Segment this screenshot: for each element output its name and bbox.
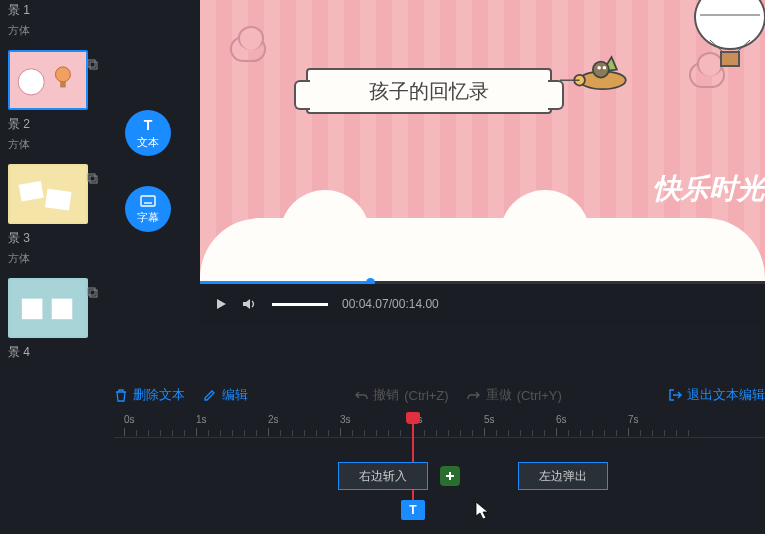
- svg-rect-4: [88, 60, 95, 67]
- overlap-icon: [86, 284, 96, 294]
- plane-illustration: [560, 50, 640, 110]
- exit-text-edit-button[interactable]: 退出文本编辑: [668, 386, 765, 404]
- ruler-tick: 2s: [268, 414, 279, 425]
- scene-list: 景 1 方体 景 2 方体 景: [0, 0, 105, 534]
- subtitle-icon: [139, 194, 157, 208]
- svg-rect-12: [22, 299, 43, 320]
- tool-buttons: T 文本 字幕: [125, 110, 181, 262]
- transition-in-segment[interactable]: 右边斩入: [338, 462, 428, 490]
- font-label: 方体: [8, 21, 97, 42]
- text-icon: T: [139, 117, 157, 133]
- svg-rect-13: [52, 299, 73, 320]
- svg-rect-14: [88, 288, 95, 295]
- cloud-decoration: [230, 36, 266, 62]
- svg-rect-9: [88, 174, 95, 181]
- timeline-ruler[interactable]: 0s1s2s3s4s5s6s7s: [114, 414, 765, 438]
- scene-label: 景 3: [8, 228, 97, 249]
- svg-point-24: [593, 62, 609, 78]
- edit-button[interactable]: 编辑: [203, 386, 248, 404]
- undo-icon: [354, 389, 368, 401]
- preview-canvas: 孩子的回忆录 快乐时光: [200, 0, 765, 284]
- scene-item-1[interactable]: 景 1 方体: [0, 0, 105, 50]
- overlap-icon: [86, 56, 96, 66]
- text-edit-toolbar: 删除文本 编辑 撤销 (Ctrl+Z) 重做 (Ctrl+Y) 退出文本编辑: [114, 380, 765, 410]
- svg-point-1: [18, 69, 44, 95]
- undo-button: 撤销 (Ctrl+Z): [354, 386, 448, 404]
- scene-label: 景 1: [8, 0, 97, 21]
- svg-rect-8: [45, 189, 72, 211]
- banner-text: 孩子的回忆录: [369, 78, 489, 105]
- ruler-tick: 6s: [556, 414, 567, 425]
- text-track: 右边斩入 左边弹出: [114, 462, 765, 496]
- volume-icon[interactable]: [242, 297, 258, 311]
- ruler-tick: 0s: [124, 414, 135, 425]
- font-label: 方体: [8, 135, 97, 156]
- scene-label: 景 4: [8, 342, 97, 363]
- redo-button: 重做 (Ctrl+Y): [467, 386, 562, 404]
- scene-item-3[interactable]: 景 3 方体: [0, 164, 105, 278]
- font-label: 方体: [8, 249, 97, 270]
- svg-rect-15: [90, 290, 97, 297]
- play-icon[interactable]: [214, 297, 228, 311]
- pencil-icon: [203, 388, 217, 402]
- clouds-decoration: [200, 218, 765, 284]
- scene-item-2[interactable]: 景 2 方体: [0, 50, 105, 164]
- scene-label: 景 2: [8, 114, 97, 135]
- svg-rect-10: [90, 176, 97, 183]
- scene-thumbnail[interactable]: [8, 278, 88, 338]
- scene-item-4[interactable]: 景 4: [0, 278, 105, 371]
- svg-text:T: T: [144, 117, 153, 133]
- trash-icon: [114, 388, 128, 402]
- subtitle-tool-label: 字幕: [137, 210, 159, 225]
- text-tool-button[interactable]: T 文本: [125, 110, 171, 156]
- text-marker[interactable]: T: [401, 500, 425, 520]
- plus-icon: [444, 470, 456, 482]
- transition-out-segment[interactable]: 左边弹出: [518, 462, 608, 490]
- exit-icon: [668, 388, 682, 402]
- scene-thumbnail[interactable]: [8, 50, 88, 110]
- ruler-tick: 1s: [196, 414, 207, 425]
- timecode: 00:04.07/00:14.00: [342, 297, 439, 311]
- svg-point-2: [55, 67, 70, 82]
- ruler-tick: 7s: [628, 414, 639, 425]
- title-banner: 孩子的回忆录: [306, 68, 552, 114]
- ruler-tick: 3s: [340, 414, 351, 425]
- svg-point-25: [597, 66, 601, 70]
- svg-rect-5: [90, 62, 97, 69]
- svg-rect-17: [141, 196, 155, 206]
- player-controls: 00:04.07/00:14.00: [200, 284, 765, 324]
- subtitle-tool-button[interactable]: 字幕: [125, 186, 171, 232]
- volume-slider[interactable]: [272, 303, 328, 306]
- text-tool-label: 文本: [137, 135, 159, 150]
- delete-text-button[interactable]: 删除文本: [114, 386, 185, 404]
- add-keyframe-button[interactable]: [440, 466, 460, 486]
- ruler-tick: 5s: [484, 414, 495, 425]
- timeline: 0s1s2s3s4s5s6s7s 右边斩入 左边弹出 T: [114, 414, 765, 534]
- balloon-illustration: [685, 0, 765, 70]
- svg-rect-19: [721, 52, 739, 66]
- redo-icon: [467, 389, 481, 401]
- svg-point-26: [603, 66, 607, 70]
- happy-time-text: 快乐时光: [653, 170, 765, 208]
- svg-rect-3: [60, 82, 66, 88]
- scene-thumbnail[interactable]: [8, 164, 88, 224]
- cursor-icon: [475, 501, 491, 521]
- overlap-icon: [86, 170, 96, 180]
